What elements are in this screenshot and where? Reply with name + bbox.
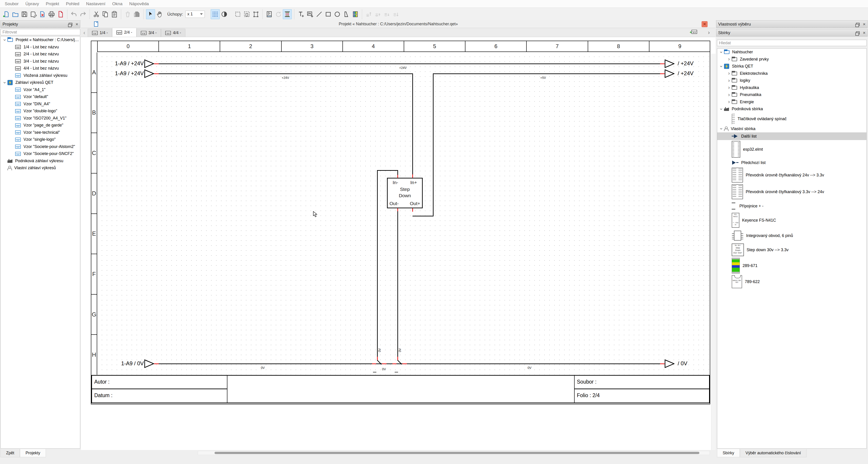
dock-tab[interactable]: Projekty xyxy=(20,449,46,457)
collection-item[interactable]: Hydraulika xyxy=(717,84,866,92)
dock-tab[interactable]: Zpět xyxy=(0,449,20,457)
wire2-target-label[interactable]: / +24V xyxy=(678,70,693,76)
add-polygon-button[interactable] xyxy=(342,9,351,19)
tree-item[interactable]: Vzor "double-logo" xyxy=(1,107,80,115)
tree-item[interactable]: Záhlaví výkresů QET xyxy=(1,79,80,86)
folio-reference-arrow[interactable] xyxy=(664,359,675,368)
wire-out-plus-riser[interactable] xyxy=(433,73,434,216)
snap-select[interactable]: x 1 xyxy=(185,11,205,18)
folio-reference-arrow[interactable] xyxy=(664,59,675,68)
tree-item[interactable]: Podniková záhlaví výkresu xyxy=(1,158,80,165)
export-pdf-button[interactable] xyxy=(56,9,65,19)
raise-button[interactable] xyxy=(373,9,382,19)
selection-content-button[interactable] xyxy=(242,9,251,19)
copy-button[interactable] xyxy=(101,9,110,19)
wire-out-minus-drop[interactable] xyxy=(397,211,398,361)
add-terminal-strip-button[interactable] xyxy=(351,9,360,19)
collection-item[interactable]: Elektrotechnika xyxy=(717,70,866,77)
tree-item[interactable]: Vzor "Societe-pour-Alstom2" xyxy=(1,143,80,151)
folio-reference-arrow[interactable] xyxy=(144,359,154,368)
collection-item[interactable]: FS-N41C + - Out In Keyence FS-N41C xyxy=(717,212,866,229)
tree-item[interactable]: Vzor "default" xyxy=(1,93,80,101)
project-close-button[interactable]: ✕ xyxy=(702,21,708,27)
folio-reference-arrow[interactable] xyxy=(144,59,154,68)
wire-24v-2[interactable] xyxy=(154,73,413,74)
add-ellipse-button[interactable] xyxy=(333,9,342,19)
menu-item[interactable]: Nápověda xyxy=(126,0,152,8)
conductor-label-rotated[interactable]: 0V xyxy=(398,348,402,352)
expander-icon[interactable] xyxy=(726,56,732,62)
add-line-button[interactable] xyxy=(315,9,324,19)
wire1-target-label[interactable]: / +24V xyxy=(678,60,693,67)
undo-button[interactable] xyxy=(69,9,79,19)
tree-item[interactable]: Vzor "single-logo" xyxy=(1,136,80,143)
collection-item[interactable]: Pneumatika xyxy=(717,91,866,99)
conductor-label[interactable]: +24V xyxy=(399,66,407,70)
sheet-tab[interactable]: 1/4 - xyxy=(88,29,112,37)
folio-reference-arrow[interactable] xyxy=(144,69,154,78)
save-button[interactable] xyxy=(20,9,29,19)
collection-item[interactable]: Podniková sbírka xyxy=(717,105,866,113)
conductor-mode-button[interactable] xyxy=(283,9,292,19)
add-rectangle-button[interactable] xyxy=(324,9,333,19)
collection-item[interactable]: Integrovaný obvod, 6 pinů xyxy=(717,229,866,243)
collection-item[interactable]: esp32.elmt xyxy=(717,140,866,159)
tree-item[interactable]: Vzor "Societe-pour-SNCF2" xyxy=(1,150,80,158)
add-text-button[interactable] xyxy=(297,9,306,19)
dock-close-icon[interactable]: × xyxy=(75,22,78,26)
tree-item[interactable]: 3/4 - List bez názvu xyxy=(1,58,80,65)
wire-in-minus[interactable] xyxy=(397,170,398,175)
expander-icon[interactable] xyxy=(726,78,732,84)
sheet-tab[interactable]: 3/4 - xyxy=(136,29,161,37)
expander-icon[interactable] xyxy=(726,92,732,98)
wire2-source-label[interactable]: 1-A9 / +24V xyxy=(99,70,144,76)
ground-source-label[interactable]: 1-A9 / 0V xyxy=(106,360,144,367)
new-project-button[interactable] xyxy=(2,9,11,19)
tree-item[interactable]: Vlastní záhlaví výkresů xyxy=(1,164,80,172)
bring-to-front-button[interactable] xyxy=(364,9,373,19)
expander-icon[interactable] xyxy=(2,80,7,86)
collection-item[interactable]: Nahtsucher xyxy=(717,48,866,56)
component-terminal[interactable] xyxy=(412,174,413,178)
collection-item[interactable]: WAGO 789-622 789-622 xyxy=(717,274,866,289)
wire-in-minus[interactable] xyxy=(377,170,398,171)
expander-icon[interactable] xyxy=(719,126,724,132)
collections-search-input[interactable] xyxy=(717,40,867,46)
conductor-label[interactable]: +5V xyxy=(540,76,546,79)
sheet-tab[interactable]: 4/4 - xyxy=(161,29,185,37)
wire-5v[interactable] xyxy=(433,73,664,74)
rotate-button[interactable] xyxy=(274,9,283,19)
pan-tool-button[interactable] xyxy=(155,9,164,19)
tree-item[interactable]: Projekt « Nahtsucher : C:/Users/jezin/..… xyxy=(1,36,80,43)
collection-item[interactable]: Předchozí list xyxy=(717,159,866,167)
tabs-scroll-right-icon[interactable]: › xyxy=(708,29,710,36)
add-sheet-button[interactable]: + xyxy=(691,30,697,34)
print-button[interactable] xyxy=(47,9,56,19)
paste-button[interactable] xyxy=(110,9,119,19)
dock-close-icon[interactable]: × xyxy=(863,31,866,35)
horizontal-scrollbar[interactable] xyxy=(198,451,710,455)
wire1-source-label[interactable]: 1-A9 / +24V xyxy=(99,60,144,67)
conductor-label-rotated[interactable]: 0V xyxy=(378,348,381,352)
collection-item[interactable]: 289-671 xyxy=(717,257,866,274)
expander-icon[interactable] xyxy=(726,85,732,91)
selection-mode-button[interactable] xyxy=(233,9,242,19)
dock-float-icon[interactable] xyxy=(856,31,860,34)
component-terminal[interactable] xyxy=(412,208,413,212)
diagram-canvas[interactable]: 0123456789 ABCDEFGH Autor : Datum : Soub… xyxy=(81,37,716,450)
dock-tab[interactable]: Sbírky xyxy=(717,449,740,457)
cut-button[interactable] xyxy=(92,9,101,19)
expander-icon[interactable] xyxy=(2,37,7,43)
tree-item[interactable]: Vzor "page_de garde" xyxy=(1,122,80,129)
tree-item[interactable]: Vzor "DIN_A4" xyxy=(1,101,80,108)
tree-item[interactable]: Vložená záhlaví výkresu xyxy=(1,72,80,79)
folio-reference-arrow[interactable] xyxy=(664,69,675,78)
redo-button[interactable] xyxy=(79,9,88,19)
dock-close-icon[interactable]: × xyxy=(863,22,866,26)
wire-24v-1[interactable] xyxy=(154,64,664,64)
expander-icon[interactable] xyxy=(719,106,724,112)
collection-item[interactable]: Převodník úrovně čtyřkanálový 3.3v --> 2… xyxy=(717,184,866,200)
tabs-scroll-left-icon[interactable]: ‹ xyxy=(81,30,88,37)
delete-button[interactable] xyxy=(123,9,132,19)
collection-item[interactable]: Přípojnice + - xyxy=(717,200,866,212)
